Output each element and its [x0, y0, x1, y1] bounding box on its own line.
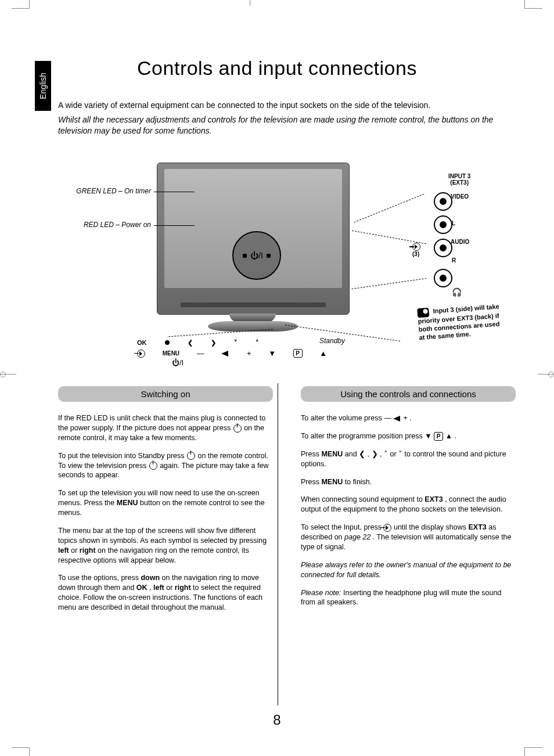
- paragraph: To set up the television you will now ne…: [58, 488, 273, 518]
- text: When connecting sound equipment to: [301, 495, 425, 503]
- text: The menu bar at the top of the screens w…: [58, 527, 267, 545]
- headphone-icon: 🎧: [452, 287, 462, 297]
- dashed-line: [352, 278, 427, 289]
- prog-up-icon: ▲: [319, 349, 327, 358]
- crop-mark: [12, 747, 29, 748]
- paragraph: Press MENU to finish.: [301, 477, 516, 487]
- paragraph: To put the television into Standby press…: [58, 451, 273, 481]
- chevron-up-icon: ˄: [256, 339, 259, 347]
- arrow-down-icon: ▼: [425, 432, 431, 440]
- text: ,: [368, 450, 372, 458]
- crop-mark: [0, 372, 6, 377]
- note-icon: [417, 308, 429, 318]
- source-icon: [137, 350, 145, 358]
- crop-mark: [12, 8, 29, 9]
- dashed-line: [352, 231, 426, 244]
- paragraph: Press MENU and ❮ , ❯ , ˄ or ˅ to control…: [301, 449, 516, 469]
- chevron-right-icon: ❯: [372, 450, 378, 458]
- crop-mark: [524, 747, 525, 756]
- vol-minus-icon: —: [197, 349, 204, 358]
- jack-audio-l: [434, 215, 452, 234]
- text: ,: [149, 584, 153, 592]
- text: .: [409, 414, 411, 422]
- chevron-left-icon: ❮: [188, 339, 193, 347]
- left-column: Switching on If the RED LED is unlit che…: [58, 386, 273, 621]
- input3-header-text: INPUT 3 (EXT3): [448, 173, 470, 186]
- text-bold: EXT3: [425, 495, 443, 503]
- volume-icon: [221, 351, 229, 357]
- page-number: 8: [0, 712, 554, 728]
- text-bold: OK: [136, 584, 148, 592]
- priority-note: Input 3 (side) will take priority over E…: [417, 303, 506, 342]
- text-italic: Please note:: [301, 589, 341, 597]
- standby-icon: ⏻/I: [172, 358, 184, 367]
- chevron-down-icon: ˅: [398, 450, 402, 458]
- p-icon: P: [293, 349, 303, 358]
- crop-mark: [0, 374, 16, 375]
- tv-control-bar: [181, 303, 326, 307]
- chevron-down-icon: ˅: [234, 339, 238, 347]
- red-led-label: RED LED – Power on: [58, 221, 151, 229]
- text-bold: MENU: [321, 478, 343, 486]
- jack-video-label: VIDEO: [451, 193, 469, 200]
- jack-audio-label: AUDIO: [451, 239, 469, 245]
- paragraph: To use the options, press down on the na…: [58, 573, 273, 613]
- crop-mark: [525, 747, 542, 748]
- power-icon: [233, 424, 242, 433]
- text: to finish.: [345, 478, 372, 486]
- text: or: [166, 584, 175, 592]
- paragraph: To alter the programme position press ▼ …: [301, 431, 516, 441]
- led-dot: [243, 254, 247, 258]
- chevron-right-icon: ❯: [211, 339, 216, 347]
- jack-video: [434, 192, 452, 211]
- prog-down-icon: ▼: [268, 349, 276, 358]
- paragraph: Please note: Inserting the headphone plu…: [301, 588, 516, 608]
- volume-symbols: — +: [384, 414, 408, 422]
- zoom-led-panel: ⏻/I: [232, 231, 281, 280]
- text: To alter the volume press: [301, 414, 384, 422]
- green-led-label: GREEN LED – On timer: [58, 187, 151, 195]
- chevron-left-icon: ❮: [359, 450, 365, 458]
- text-bold: down: [141, 574, 160, 582]
- arrow-up-icon: ▲: [445, 432, 452, 440]
- text-italic: page 22: [344, 533, 370, 541]
- text-bold: EXT3: [468, 523, 486, 531]
- dashed-line: [354, 194, 425, 223]
- crop-mark: [29, 0, 30, 9]
- crop-mark: [548, 372, 554, 377]
- power-icon: ⏻/I: [250, 251, 263, 260]
- text: or: [390, 450, 398, 458]
- crop-mark: [29, 747, 30, 756]
- text: To use the options, press: [58, 574, 141, 582]
- menu-label: MENU: [163, 350, 179, 357]
- paragraph: To alter the volume press — + .: [301, 413, 516, 423]
- jack-src-num: (3): [412, 243, 420, 257]
- power-icon: [187, 452, 195, 460]
- tv-diagram: ⏻/I GREEN LED – On timer RED LED – Power…: [58, 161, 523, 376]
- jack-audio-r: [434, 239, 452, 257]
- text: To select the Input, press: [301, 523, 383, 531]
- text: To put the television into Standby press: [58, 452, 186, 460]
- text: ,: [380, 450, 384, 458]
- p-icon: P: [434, 432, 443, 441]
- intro-block: A wide variety of external equipment can…: [58, 100, 523, 136]
- jack-r-label: R: [452, 257, 456, 264]
- text-bold: MENU: [321, 450, 343, 458]
- text: Press: [301, 450, 321, 458]
- crop-mark: [524, 0, 525, 9]
- content-columns: Switching on If the RED LED is unlit che…: [58, 386, 517, 621]
- using-controls-heading: Using the controls and connections: [301, 386, 516, 402]
- volume-icon: [393, 416, 401, 422]
- side-input-panel: VIDEO L (3) AUDIO R 🎧: [429, 188, 458, 292]
- text: To alter the programme position press: [301, 432, 425, 440]
- text: Press: [301, 478, 321, 486]
- text-bold: right: [175, 584, 191, 592]
- switching-on-heading: Switching on: [58, 386, 273, 402]
- jack-l-label: L: [452, 220, 455, 226]
- input3-header: INPUT 3 (EXT3): [448, 173, 470, 186]
- tv-button-labels-row2: MENU — + ▼ P ▲ ⏻/I: [137, 348, 393, 367]
- crop-mark: [250, 0, 250, 6]
- crop-mark: [538, 374, 554, 375]
- text: until the display shows: [394, 523, 469, 531]
- text: and: [345, 450, 359, 458]
